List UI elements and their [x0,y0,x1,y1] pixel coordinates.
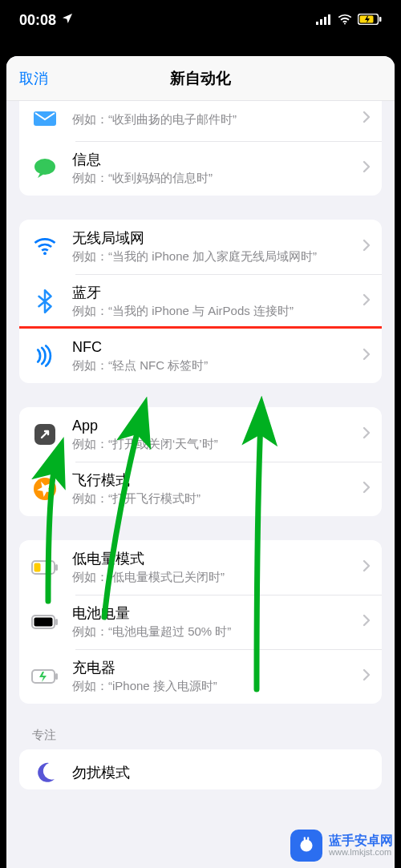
chevron-right-icon [363,426,371,442]
watermark-title: 蓝手安卓网 [329,834,393,848]
trigger-subtitle: 例如：“当我的 iPhone 加入家庭无线局域网时” [72,249,356,264]
trigger-title: 蓝牙 [72,284,356,302]
trigger-group-app: App 例如：“打开或关闭‘天气’时” 飞行模式 例如：“打开飞行模式时” [19,407,382,516]
chevron-right-icon [363,293,371,309]
chevron-right-icon [363,348,371,364]
watermark: 蓝手安卓网 www.lmkjst.com [282,823,401,868]
trigger-row-dnd[interactable]: 勿扰模式 [19,749,382,789]
svg-point-21 [300,839,312,851]
svg-rect-23 [307,837,309,840]
sheet-header: 取消 新自动化 [6,56,395,101]
moon-icon [30,758,59,787]
automation-sheet: 取消 新自动化 例如：“收到曲扬的电子邮件时” [6,56,395,868]
cancel-button[interactable]: 取消 [19,69,48,88]
svg-rect-6 [379,17,382,22]
chevron-right-icon [363,239,371,255]
trigger-title: NFC [72,338,356,357]
trigger-subtitle: 例如：“轻点 NFC 标签时” [72,358,356,373]
battery-icon [30,608,59,636]
airplane-icon [30,474,59,503]
battery-charging-icon [358,12,382,29]
svg-rect-1 [320,19,322,25]
trigger-title: 信息 [72,151,356,169]
charger-icon [30,662,59,691]
trigger-group-power: 低电量模式 例如：“低电量模式已关闭时” 电池电量 例如：“电池电量超过 50%… [19,540,382,704]
low-power-icon [30,553,59,582]
message-icon [30,154,59,183]
svg-rect-17 [55,619,58,625]
svg-rect-18 [34,618,53,627]
svg-rect-2 [324,17,326,25]
trigger-subtitle: 例如：“打开或关闭‘天气’时” [72,437,356,452]
watermark-url: www.lmkjst.com [329,848,393,858]
trigger-row-app[interactable]: App 例如：“打开或关闭‘天气’时” [19,407,382,462]
chevron-right-icon [363,111,371,127]
trigger-title: App [72,417,356,435]
wifi-trigger-icon [30,232,59,261]
bluetooth-icon [30,287,59,316]
trigger-subtitle: 例如：“当我的 iPhone 与 AirPods 连接时” [72,304,356,319]
trigger-group-communication: 例如：“收到曲扬的电子邮件时” 信息 例如：“收到妈妈的信息时” [19,101,382,196]
svg-point-9 [34,159,55,175]
trigger-row-wifi[interactable]: 无线局域网 例如：“当我的 iPhone 加入家庭无线局域网时” [19,220,382,274]
chevron-right-icon [363,481,371,497]
trigger-title: 飞行模式 [72,471,356,490]
trigger-title: 电池电量 [72,604,356,623]
trigger-row-low-power[interactable]: 低电量模式 例如：“低电量模式已关闭时” [19,540,382,595]
chevron-right-icon [363,614,371,630]
trigger-title: 充电器 [72,659,356,677]
wifi-icon [337,12,353,29]
trigger-subtitle: 例如：“打开飞行模式时” [72,491,356,507]
trigger-title: 勿扰模式 [72,764,371,782]
trigger-row-airplane[interactable]: 飞行模式 例如：“打开飞行模式时” [19,462,382,516]
svg-rect-15 [34,563,41,572]
status-time: 00:08 [19,12,56,29]
location-arrow-icon [61,12,74,29]
trigger-row-email[interactable]: 例如：“收到曲扬的电子邮件时” [19,101,382,141]
trigger-subtitle: 例如：“收到妈妈的信息时” [72,171,356,186]
svg-rect-3 [328,14,330,25]
trigger-group-focus: 勿扰模式 [19,749,382,789]
chevron-right-icon [363,160,371,176]
trigger-title: 无线局域网 [72,229,356,248]
mail-icon [30,104,59,133]
triggers-scroll[interactable]: 例如：“收到曲扬的电子邮件时” 信息 例如：“收到妈妈的信息时” [6,101,395,868]
chevron-right-icon [363,559,371,575]
trigger-subtitle: 例如：“收到曲扬的电子邮件时” [72,112,356,127]
page-title: 新自动化 [170,68,231,89]
watermark-icon [290,830,322,862]
svg-rect-0 [316,22,318,25]
nfc-icon [30,341,59,370]
signal-bars-icon [316,12,332,29]
app-icon [30,420,59,449]
trigger-subtitle: 例如：“电池电量超过 50% 时” [72,624,356,640]
trigger-row-message[interactable]: 信息 例如：“收到妈妈的信息时” [19,141,382,196]
section-label-focus: 专注 [32,728,369,743]
trigger-subtitle: 例如：“低电量模式已关闭时” [72,570,356,585]
trigger-row-nfc[interactable]: NFC 例如：“轻点 NFC 标签时” [19,329,382,383]
svg-rect-20 [55,673,58,680]
trigger-row-battery-level[interactable]: 电池电量 例如：“电池电量超过 50% 时” [19,595,382,649]
trigger-subtitle: 例如：“iPhone 接入电源时” [72,679,356,694]
svg-rect-22 [304,837,306,840]
trigger-row-charger[interactable]: 充电器 例如：“iPhone 接入电源时” [19,649,382,704]
trigger-title: 低电量模式 [72,550,356,568]
chevron-right-icon [363,668,371,684]
trigger-group-connectivity: 无线局域网 例如：“当我的 iPhone 加入家庭无线局域网时” 蓝牙 例如：“… [19,220,382,383]
status-bar: 00:08 [0,0,401,40]
svg-rect-14 [55,564,58,571]
svg-point-10 [43,252,47,255]
svg-point-4 [344,22,346,24]
trigger-row-bluetooth[interactable]: 蓝牙 例如：“当我的 iPhone 与 AirPods 连接时” [19,274,382,329]
